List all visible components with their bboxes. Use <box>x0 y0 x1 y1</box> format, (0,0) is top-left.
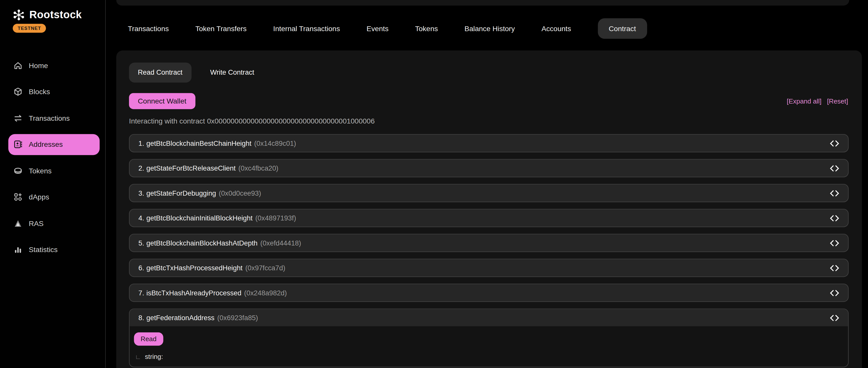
function-index: 2. <box>138 164 144 172</box>
function-row: 1.getBtcBlockchainBestChainHeight(0x14c8… <box>129 134 848 152</box>
tab-tokens[interactable]: Tokens <box>415 24 438 33</box>
function-index: 7. <box>138 289 144 296</box>
tab-events[interactable]: Events <box>367 24 389 33</box>
function-signature: (0x97fcca7d) <box>245 264 285 272</box>
brand-name: Rootstock <box>29 9 82 21</box>
sidebar-nav: Home Blocks Transactions <box>8 55 100 265</box>
sidebar-item-transactions[interactable]: Transactions <box>8 108 100 129</box>
subtab-write-contract[interactable]: Write Contract <box>201 62 263 83</box>
sidebar-item-addresses[interactable]: Addresses <box>8 134 100 155</box>
contract-subtabs: Read Contract Write Contract <box>116 50 862 83</box>
function-index: 6. <box>138 264 144 272</box>
sidebar-item-label: Statistics <box>29 246 58 254</box>
home-icon <box>13 61 23 70</box>
code-brackets-icon[interactable] <box>830 264 839 271</box>
statistics-icon <box>13 245 23 254</box>
expand-all-link[interactable]: [Expand all] <box>787 97 822 105</box>
interacting-line: Interacting with contract 0x000000000000… <box>129 117 862 125</box>
sidebar: Rootstock TESTNET Home Blocks <box>0 0 106 368</box>
function-row: 3.getStateForDebugging(0x0d0cee93) <box>129 184 848 202</box>
sidebar-item-tokens[interactable]: Tokens <box>8 160 100 181</box>
code-brackets-icon[interactable] <box>830 314 839 321</box>
function-row-header[interactable]: 3.getStateForDebugging(0x0d0cee93) <box>129 185 848 202</box>
sidebar-item-label: Addresses <box>29 140 63 148</box>
sidebar-item-label: Blocks <box>29 88 50 96</box>
function-row-header[interactable]: 8.getFederationAddress(0x6923fa85) <box>129 309 848 326</box>
tab-balance-history[interactable]: Balance History <box>465 24 515 33</box>
function-signature: (0x14c89c01) <box>254 139 296 147</box>
function-name: getBtcBlockchainInitialBlockHeight <box>147 214 253 222</box>
function-signature: (0x0d0cee93) <box>219 189 261 197</box>
function-name: getStateForDebugging <box>147 189 216 197</box>
connect-wallet-button[interactable]: Connect Wallet <box>129 93 195 109</box>
reset-link[interactable]: [Reset] <box>827 97 848 105</box>
sidebar-item-label: Tokens <box>29 167 52 175</box>
tokens-icon <box>13 166 23 175</box>
contract-panel: Read Contract Write Contract Connect Wal… <box>116 50 862 368</box>
function-signature: (0x248a982d) <box>244 289 287 296</box>
function-row: 4.getBtcBlockchainInitialBlockHeight(0x4… <box>129 209 848 227</box>
sidebar-item-statistics[interactable]: Statistics <box>8 239 100 260</box>
output-type: string: <box>145 353 163 361</box>
wallet-row: Connect Wallet [Expand all] [Reset] <box>129 93 848 109</box>
addresses-icon <box>13 140 23 149</box>
function-name: isBtcTxHashAlreadyProcessed <box>147 289 242 296</box>
subtab-read-contract[interactable]: Read Contract <box>129 62 191 83</box>
tab-accounts[interactable]: Accounts <box>541 24 571 33</box>
tab-internal-transactions[interactable]: Internal Transactions <box>273 24 340 33</box>
function-row-header[interactable]: 2.getStateForBtcReleaseClient(0xc4fbca20… <box>129 160 848 177</box>
function-name: getFederationAddress <box>147 314 214 322</box>
function-row: 2.getStateForBtcReleaseClient(0xc4fbca20… <box>129 159 848 177</box>
tab-contract[interactable]: Contract <box>598 18 647 39</box>
function-expanded-body: Read∟string: <box>129 326 848 367</box>
testnet-badge: TESTNET <box>13 24 46 33</box>
function-row-header[interactable]: 6.getBtcTxHashProcessedHeight(0x97fcca7d… <box>129 259 848 276</box>
brand[interactable]: Rootstock <box>12 8 82 22</box>
code-brackets-icon[interactable] <box>830 140 839 146</box>
dapps-icon <box>13 192 23 202</box>
function-signature: (0x4897193f) <box>255 214 296 222</box>
sidebar-item-label: Transactions <box>29 114 70 122</box>
contract-address: 0x00000000000000000000000000000000010000… <box>207 117 375 125</box>
function-row-header[interactable]: 4.getBtcBlockchainInitialBlockHeight(0x4… <box>129 209 848 227</box>
code-brackets-icon[interactable] <box>830 289 839 296</box>
read-button[interactable]: Read <box>134 332 163 346</box>
sidebar-item-label: Home <box>29 61 48 69</box>
tab-token-transfers[interactable]: Token Transfers <box>195 24 247 33</box>
sidebar-item-label: dApps <box>29 193 49 201</box>
code-brackets-icon[interactable] <box>830 165 839 171</box>
function-index: 1. <box>138 139 144 147</box>
function-row: 5.getBtcBlockchainBlockHashAtDepth(0xefd… <box>129 234 848 252</box>
address-tabs: Transactions Token Transfers Internal Tr… <box>128 18 647 39</box>
code-brackets-icon[interactable] <box>830 215 839 221</box>
function-row-header[interactable]: 5.getBtcBlockchainBlockHashAtDepth(0xefd… <box>129 234 848 252</box>
sidebar-item-home[interactable]: Home <box>8 55 100 76</box>
output-line: ∟string: <box>135 353 844 361</box>
sidebar-item-ras[interactable]: RAS <box>8 213 100 234</box>
rootstock-logo-icon <box>12 8 26 22</box>
function-name: getBtcBlockchainBlockHashAtDepth <box>147 239 258 247</box>
sidebar-item-label: RAS <box>29 219 44 228</box>
blocks-icon <box>13 87 23 96</box>
tab-transactions[interactable]: Transactions <box>128 24 169 33</box>
panel-links: [Expand all] [Reset] <box>787 97 848 105</box>
sidebar-item-blocks[interactable]: Blocks <box>8 81 100 102</box>
previous-card-bottom-edge <box>116 0 849 6</box>
function-index: 5. <box>138 239 144 247</box>
function-index: 8. <box>138 314 144 322</box>
return-corner-icon: ∟ <box>135 353 141 360</box>
sidebar-item-dapps[interactable]: dApps <box>8 187 100 207</box>
function-row: 6.getBtcTxHashProcessedHeight(0x97fcca7d… <box>129 259 848 277</box>
function-row-header[interactable]: 1.getBtcBlockchainBestChainHeight(0x14c8… <box>129 135 848 152</box>
function-row: 7.isBtcTxHashAlreadyProcessed(0x248a982d… <box>129 284 848 302</box>
function-list: 1.getBtcBlockchainBestChainHeight(0x14c8… <box>129 134 848 367</box>
function-signature: (0xefd44418) <box>260 239 301 247</box>
code-brackets-icon[interactable] <box>830 190 839 196</box>
app-viewport: Rootstock TESTNET Home Blocks <box>0 0 868 368</box>
function-name: getStateForBtcReleaseClient <box>147 164 236 172</box>
function-row-header[interactable]: 7.isBtcTxHashAlreadyProcessed(0x248a982d… <box>129 284 848 302</box>
code-brackets-icon[interactable] <box>830 240 839 246</box>
function-name: getBtcTxHashProcessedHeight <box>147 264 243 272</box>
function-index: 3. <box>138 189 144 197</box>
interacting-prefix: Interacting with contract <box>129 117 205 125</box>
